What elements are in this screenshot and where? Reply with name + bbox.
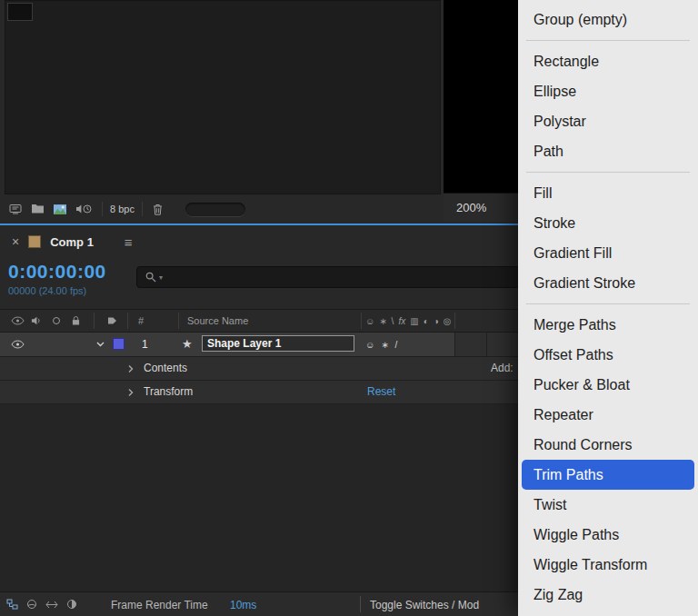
composition-icon [28,235,41,248]
layer-quality-icon[interactable]: / [395,340,398,350]
source-name-column-label[interactable]: Source Name [187,310,248,332]
draft-3d-icon[interactable] [26,599,37,610]
toggle-switches-modes-button[interactable]: Toggle Switches / Mod [370,592,479,616]
audio-column-icon[interactable] [31,316,41,326]
column-divider [94,313,95,329]
menu-separator [518,166,698,178]
project-panel-toolbar: 8 bpc [0,196,442,222]
eye-column-icon[interactable] [11,316,25,325]
layer-switches: ☺ ∗ / [365,333,397,356]
layer-collapse-icon[interactable]: ∗ [381,340,388,350]
menu-item-trim-paths[interactable]: Trim Paths [522,460,694,490]
menu-item-merge-paths[interactable]: Merge Paths [522,310,694,340]
lock-column-icon[interactable] [72,316,80,326]
adjustment-column-icon[interactable]: ◑ [434,316,439,326]
audio-mute-clock-icon[interactable] [76,204,92,214]
zoom-level-dropdown[interactable]: 200% [456,201,486,214]
switch-cell[interactable] [486,333,519,356]
column-divider [127,313,128,329]
panel-menu-icon[interactable]: ≡ [125,234,133,250]
contents-chevron-right-icon[interactable] [128,364,134,373]
motion-blur-preview-icon[interactable] [66,599,77,610]
layer-visibility-eye-icon[interactable] [11,340,25,349]
fx-column-icon[interactable]: fx [398,316,405,326]
shy-column-icon[interactable]: ☺ [365,316,374,326]
layer-number-column-label: # [138,310,144,332]
menu-item-zig-zag[interactable]: Zig Zag [522,580,694,610]
timeline-tab-comp1[interactable]: Comp 1 [50,235,94,249]
quality-column-icon[interactable]: \ [392,316,394,326]
frame-render-time-value: 10ms [230,592,256,616]
status-bar-divider [360,596,361,612]
timeline-bottom-icons [6,592,77,616]
layer-shy-icon[interactable]: ☺ [365,340,374,350]
switch-column-icons: ☺ ∗ \ fx ▥ ◐ ◑ ◎ [365,310,451,332]
search-options-caret-icon[interactable]: ▾ [159,273,163,282]
menu-item-ellipse[interactable]: Ellipse [522,76,694,106]
panel-close-button[interactable]: × [12,234,19,249]
shape-add-context-menu: Group (empty) Rectangle Ellipse Polystar… [518,0,698,616]
expand-arrows-icon[interactable] [45,601,58,609]
motion-blur-column-icon[interactable]: ◐ [424,316,429,326]
transform-label[interactable]: Transform [144,381,193,403]
menu-item-rectangle[interactable]: Rectangle [522,46,694,76]
collapse-column-icon[interactable]: ∗ [379,316,386,326]
current-time-display[interactable]: 0:00:00:00 [8,261,106,283]
menu-item-path[interactable]: Path [522,136,694,166]
frame-blend-column-icon[interactable]: ▥ [410,316,418,326]
folder-icon[interactable] [32,204,44,214]
contents-label[interactable]: Contents [144,357,187,380]
menu-item-polystar[interactable]: Polystar [522,106,694,136]
search-icon [145,272,156,283]
menu-item-gradient-stroke[interactable]: Gradient Stroke [522,268,694,298]
column-divider [361,313,362,329]
trash-icon[interactable] [153,204,163,215]
menu-item-gradient-fill[interactable]: Gradient Fill [522,238,694,268]
menu-item-round-corners[interactable]: Round Corners [522,430,694,460]
image-thumbnail-icon[interactable] [54,204,66,214]
label-column-icon[interactable] [107,317,117,325]
monitor-icon[interactable] [9,204,22,214]
menu-item-repeater[interactable]: Repeater [522,400,694,430]
panel-tab-corner [7,3,33,21]
shape-layer-star-icon: ★ [182,333,193,356]
transform-reset-link[interactable]: Reset [367,381,395,403]
after-effects-window: 8 bpc 200% × Comp 1 ≡ 0:00:00:00 00000 (… [0,0,698,616]
menu-item-stroke[interactable]: Stroke [522,208,694,238]
project-panel-content [5,0,441,194]
3d-column-icon[interactable]: ◎ [444,316,452,326]
frame-count-display: 00000 (24.00 fps) [8,285,86,296]
menu-separator [518,35,698,46]
layer-number: 1 [142,333,148,356]
layer-name-field[interactable]: Shape Layer 1 [202,335,354,352]
switch-cell[interactable] [454,333,487,356]
menu-item-offset-paths[interactable]: Offset Paths [522,340,694,370]
menu-item-pucker-bloat[interactable]: Pucker & Bloat [522,370,694,400]
add-shape-property-label[interactable]: Add: [491,357,514,380]
timeline-search-input[interactable]: ▾ [136,266,522,288]
progress-pill [185,203,245,216]
layer-expand-chevron-down-icon[interactable] [96,342,105,347]
menu-separator [518,298,698,310]
comp-mini-flowchart-icon[interactable] [6,599,18,610]
frame-render-time-label: Frame Render Time [111,592,208,616]
solo-column-icon[interactable] [53,317,60,324]
transform-chevron-right-icon[interactable] [128,388,134,396]
menu-item-wiggle-transform[interactable]: Wiggle Transform [522,550,694,580]
column-divider [178,313,179,329]
layer-label-color-swatch[interactable] [113,338,125,350]
menu-item-group-empty[interactable]: Group (empty) [522,5,694,35]
menu-item-wiggle-paths[interactable]: Wiggle Paths [522,520,694,550]
menu-item-fill[interactable]: Fill [522,178,694,208]
bit-depth-button[interactable]: 8 bpc [102,202,143,216]
column-divider [454,313,455,329]
menu-item-twist[interactable]: Twist [522,490,694,520]
